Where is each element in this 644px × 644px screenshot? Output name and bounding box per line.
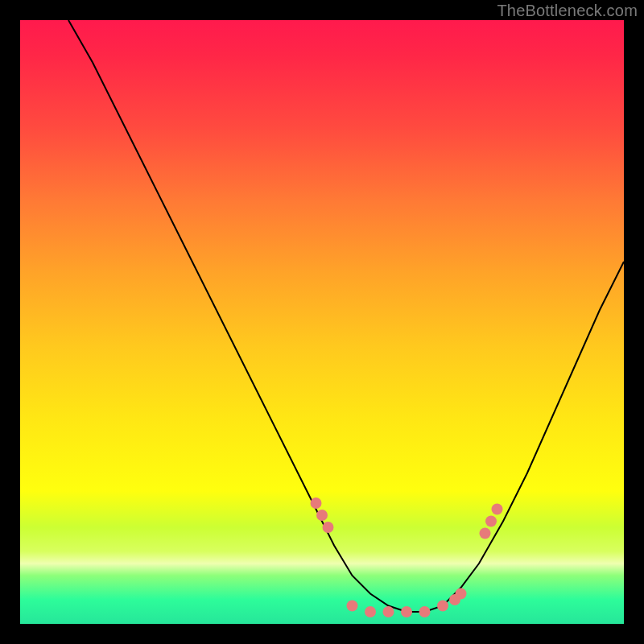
highlight-dot	[323, 522, 334, 533]
highlight-dot	[480, 528, 491, 539]
highlight-dot	[365, 606, 376, 617]
highlight-dot	[401, 606, 412, 617]
chart-frame: TheBottleneck.com	[0, 0, 644, 644]
highlight-dot	[492, 504, 503, 515]
highlight-dots	[311, 497, 503, 617]
highlight-dot	[316, 510, 328, 521]
bottleneck-curve	[68, 20, 624, 612]
highlight-dot	[456, 588, 467, 600]
highlight-dot	[485, 516, 497, 527]
chart-overlay-svg	[20, 20, 624, 624]
highlight-dot	[347, 601, 358, 612]
highlight-dot	[437, 601, 448, 612]
highlight-dot	[383, 606, 394, 617]
watermark-text: TheBottleneck.com	[497, 2, 638, 20]
highlight-dot	[311, 497, 322, 509]
highlight-dot	[419, 606, 431, 617]
